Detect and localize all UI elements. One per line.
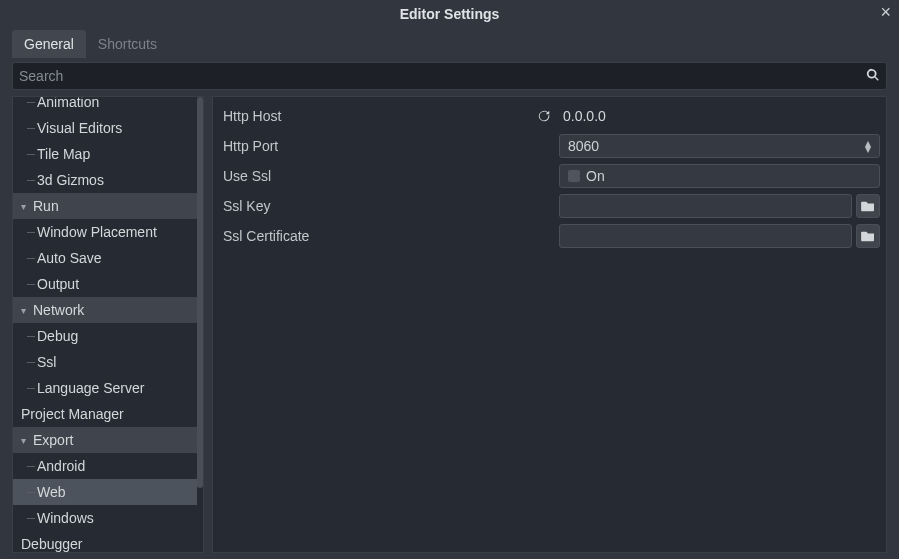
ssl-key-path-input[interactable] (559, 194, 852, 218)
window-title: Editor Settings (400, 6, 500, 22)
scrollbar[interactable] (197, 97, 203, 552)
tree-item-visual-editors[interactable]: Visual Editors (13, 115, 197, 141)
tab-general[interactable]: General (12, 30, 86, 58)
prop-label: Http Host (219, 108, 529, 124)
prop-use-ssl: Use Ssl On (219, 161, 880, 191)
titlebar: Editor Settings × (0, 0, 899, 28)
tree-item-ssl[interactable]: Ssl (13, 349, 197, 375)
checkbox-icon (568, 170, 580, 182)
chevron-down-icon: ▾ (21, 305, 33, 316)
prop-label: Use Ssl (219, 168, 529, 184)
ssl-cert-path-input[interactable] (559, 224, 852, 248)
folder-icon (861, 230, 875, 242)
use-ssl-checkbox[interactable]: On (559, 164, 880, 188)
prop-label: Ssl Certificate (219, 228, 529, 244)
chevron-down-icon: ▾ (21, 435, 33, 446)
http-host-value[interactable]: 0.0.0.0 (559, 108, 606, 124)
checkbox-label: On (586, 168, 605, 184)
prop-http-host: Http Host 0.0.0.0 (219, 101, 880, 131)
prop-ssl-certificate: Ssl Certificate (219, 221, 880, 251)
folder-icon (861, 200, 875, 212)
tree-item-debug[interactable]: Debug (13, 323, 197, 349)
tree-item-auto-save[interactable]: Auto Save (13, 245, 197, 271)
tree-item-export[interactable]: ▾ Export (13, 427, 197, 453)
prop-label: Http Port (219, 138, 529, 154)
browse-button[interactable] (856, 224, 880, 248)
search-icon (866, 68, 880, 85)
tree-label: Run (33, 198, 59, 214)
tree-item-animation[interactable]: Animation (13, 96, 197, 115)
tree-item-android[interactable]: Android (13, 453, 197, 479)
browse-button[interactable] (856, 194, 880, 218)
tree-item-3d-gizmos[interactable]: 3d Gizmos (13, 167, 197, 193)
prop-label: Ssl Key (219, 198, 529, 214)
tree-item-project-manager[interactable]: Project Manager (13, 401, 197, 427)
tree-label: Export (33, 432, 73, 448)
sidebar: Animation Visual Editors Tile Map 3d Giz… (12, 96, 204, 553)
tree-item-language-server[interactable]: Language Server (13, 375, 197, 401)
tree-item-network[interactable]: ▾ Network (13, 297, 197, 323)
search-bar[interactable] (12, 62, 887, 90)
tree-item-run[interactable]: ▾ Run (13, 193, 197, 219)
spin-updown-icon[interactable]: ▴▾ (865, 140, 871, 152)
prop-http-port: Http Port 8060 ▴▾ (219, 131, 880, 161)
prop-ssl-key: Ssl Key (219, 191, 880, 221)
tree-item-output[interactable]: Output (13, 271, 197, 297)
tree-item-window-placement[interactable]: Window Placement (13, 219, 197, 245)
tabs: General Shortcuts (0, 28, 899, 58)
close-icon[interactable]: × (880, 2, 891, 23)
chevron-down-icon: ▾ (21, 201, 33, 212)
tree-item-windows[interactable]: Windows (13, 505, 197, 531)
http-port-spinbox[interactable]: 8060 ▴▾ (559, 134, 880, 158)
tree-label: Network (33, 302, 84, 318)
reset-button[interactable] (535, 109, 553, 123)
tree-item-web[interactable]: Web (13, 479, 197, 505)
tree-item-tile-map[interactable]: Tile Map (13, 141, 197, 167)
tab-shortcuts[interactable]: Shortcuts (86, 30, 169, 58)
tree-item-debugger[interactable]: Debugger (13, 531, 197, 553)
spin-value: 8060 (568, 138, 599, 154)
properties-panel: Http Host 0.0.0.0 Http Port 8060 ▴▾ Use … (212, 96, 887, 553)
search-input[interactable] (19, 68, 866, 84)
